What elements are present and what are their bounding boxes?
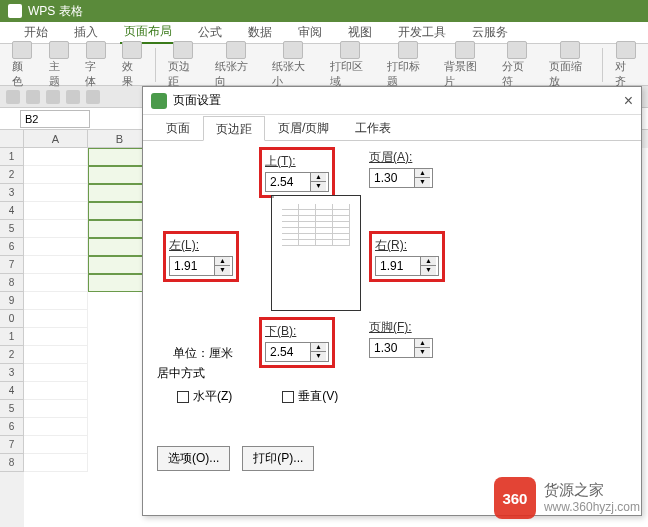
theme-icon [49,41,69,59]
row-headers: 1 2 3 4 5 6 7 8 9 0 1 2 3 4 5 6 7 8 [0,130,24,527]
tool-orientation[interactable]: 纸张方向 [209,41,262,89]
options-button[interactable]: 选项(O)... [157,446,230,471]
dlg-tab-headerfooter[interactable]: 页眉/页脚 [265,115,342,140]
name-box[interactable]: B2 [20,110,90,128]
margin-left-input[interactable] [170,259,214,273]
spin-up-icon[interactable]: ▲ [415,169,430,178]
tool-margins[interactable]: 页边距 [162,41,205,89]
tool-printarea[interactable]: 打印区域 [324,41,377,89]
separator [155,48,156,82]
tool-scale[interactable]: 页面缩放 [543,41,596,89]
row-header[interactable]: 2 [0,166,24,184]
margin-right-input[interactable] [376,259,420,273]
tool-align[interactable]: 对齐 [609,41,642,89]
print-button[interactable]: 打印(P)... [242,446,314,471]
dialog-tabs: 页面 页边距 页眉/页脚 工作表 [143,115,641,141]
tool-size[interactable]: 纸张大小 [266,41,319,89]
printarea-icon [340,41,360,59]
dlg-tab-sheet[interactable]: 工作表 [342,115,404,140]
orientation-icon [226,41,246,59]
preview-icon[interactable] [86,90,100,104]
align-icon [616,41,636,59]
row-header[interactable]: 8 [0,274,24,292]
tool-bgimage[interactable]: 背景图片 [438,41,491,89]
row-header[interactable]: 3 [0,364,24,382]
spin-down-icon[interactable]: ▼ [215,266,230,275]
spin-down-icon[interactable]: ▼ [311,182,326,191]
close-button[interactable]: × [624,92,633,110]
watermark-badge: 360 [494,477,536,519]
row-header[interactable]: 6 [0,418,24,436]
spin-down-icon[interactable]: ▼ [421,266,436,275]
col-header[interactable]: A [24,130,88,148]
tool-font[interactable]: 字体 [79,41,112,89]
spin-up-icon[interactable]: ▲ [311,173,326,182]
dlg-tab-page[interactable]: 页面 [153,115,203,140]
spin-up-icon[interactable]: ▲ [215,257,230,266]
margin-left-group: 左(L): ▲▼ [163,231,239,282]
margin-bottom-group: 下(B): ▲▼ [259,317,335,368]
row-header[interactable]: 4 [0,382,24,400]
margins-icon [173,41,193,59]
margin-top-spinner[interactable]: ▲▼ [265,172,329,192]
spin-up-icon[interactable]: ▲ [421,257,436,266]
row-header[interactable]: 1 [0,328,24,346]
scale-icon [560,41,580,59]
app-titlebar: WPS 表格 [0,0,648,22]
row-header[interactable]: 6 [0,238,24,256]
margin-right-label: 右(R): [375,237,439,254]
undo-icon[interactable] [26,90,40,104]
margin-bottom-spinner[interactable]: ▲▼ [265,342,329,362]
margin-header-input[interactable] [370,171,414,185]
wps-logo-icon [151,93,167,109]
spin-up-icon[interactable]: ▲ [311,343,326,352]
row-header[interactable]: 3 [0,184,24,202]
row-header[interactable]: 0 [0,310,24,328]
ribbon-toolbar: 颜色 主题 字体 效果 页边距 纸张方向 纸张大小 打印区域 打印标题 背景图片… [0,44,648,86]
margin-right-group: 右(R): ▲▼ [369,231,445,282]
center-horizontal-checkbox[interactable]: 水平(Z) [177,388,232,405]
spin-up-icon[interactable]: ▲ [415,339,430,348]
margin-footer-input[interactable] [370,341,414,355]
spin-down-icon[interactable]: ▼ [311,352,326,361]
row-header[interactable]: 4 [0,202,24,220]
tool-breaks[interactable]: 分页符 [496,41,539,89]
tool-effect[interactable]: 效果 [116,41,149,89]
dialog-titlebar: 页面设置 × [143,87,641,115]
redo-icon[interactable] [46,90,60,104]
page-setup-dialog: 页面设置 × 页面 页边距 页眉/页脚 工作表 上(T): ▲▼ 页眉(A): … [142,86,642,516]
dlg-tab-margins[interactable]: 页边距 [203,116,265,141]
tool-color[interactable]: 颜色 [6,41,39,89]
row-header[interactable]: 9 [0,292,24,310]
row-header[interactable]: 5 [0,220,24,238]
font-icon [86,41,106,59]
dialog-footer: 选项(O)... 打印(P)... [157,446,314,471]
dialog-body: 上(T): ▲▼ 页眉(A): ▲▼ 左(L): ▲▼ 右(R): [143,141,641,481]
row-header[interactable]: 8 [0,454,24,472]
row-header[interactable]: 7 [0,436,24,454]
pagesize-icon [283,41,303,59]
margin-header-label: 页眉(A): [369,149,433,166]
row-header[interactable]: 1 [0,148,24,166]
row-header[interactable]: 2 [0,346,24,364]
spin-down-icon[interactable]: ▼ [415,348,430,357]
margin-bottom-input[interactable] [266,345,310,359]
center-vertical-checkbox[interactable]: 垂直(V) [282,388,338,405]
tool-theme[interactable]: 主题 [43,41,76,89]
bgimage-icon [455,41,475,59]
row-header[interactable]: 7 [0,256,24,274]
print-icon[interactable] [66,90,80,104]
center-title: 居中方式 [157,365,338,382]
tool-printtitles[interactable]: 打印标题 [381,41,434,89]
spin-down-icon[interactable]: ▼ [415,178,430,187]
breaks-icon [507,41,527,59]
margin-right-spinner[interactable]: ▲▼ [375,256,439,276]
margin-top-input[interactable] [266,175,310,189]
margin-footer-spinner[interactable]: ▲▼ [369,338,433,358]
effect-icon [122,41,142,59]
margin-header-spinner[interactable]: ▲▼ [369,168,433,188]
margin-left-spinner[interactable]: ▲▼ [169,256,233,276]
row-header[interactable]: 5 [0,400,24,418]
dialog-title: 页面设置 [173,92,221,109]
save-icon[interactable] [6,90,20,104]
